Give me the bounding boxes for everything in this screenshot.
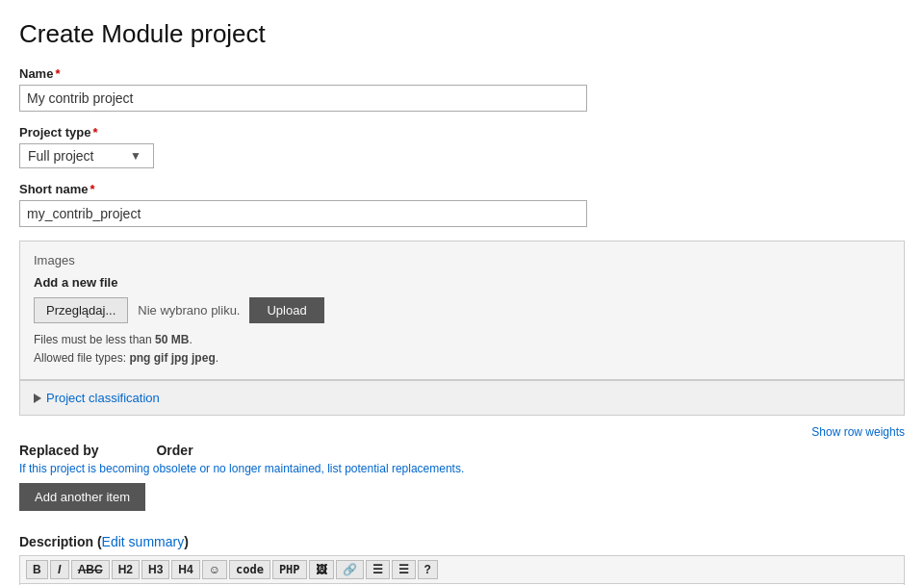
project-type-label: Project type*: [19, 125, 905, 140]
image-button[interactable]: 🖼: [309, 560, 334, 579]
bold-button[interactable]: B: [26, 560, 48, 579]
replaced-by-section: Show row weights Replaced by Order If th…: [19, 425, 905, 524]
short-name-input[interactable]: [19, 200, 587, 227]
project-classification-toggle[interactable]: Project classification: [34, 391, 890, 405]
upload-button[interactable]: Upload: [249, 297, 323, 323]
smiley-button[interactable]: ☺: [202, 560, 227, 579]
name-label: Name*: [19, 66, 905, 81]
short-name-label-text: Short name: [19, 182, 89, 196]
project-type-select-wrapper[interactable]: Full project Sandbox project Other ▼: [19, 143, 154, 168]
project-classification-label: Project classification: [46, 391, 160, 405]
code-button[interactable]: code: [229, 560, 270, 579]
browse-button[interactable]: Przeglądaj...: [34, 297, 128, 323]
h4-button[interactable]: H4: [171, 560, 199, 579]
images-section-title: Images: [34, 253, 890, 267]
replaced-by-description: If this project is becoming obsolete or …: [19, 462, 905, 475]
php-button[interactable]: PHP: [272, 560, 307, 579]
project-type-label-text: Project type: [19, 125, 90, 140]
help-button[interactable]: ?: [418, 560, 438, 579]
description-label: Description (Edit summary): [19, 534, 905, 549]
description-section: Description (Edit summary) B I ABC H2 H3…: [19, 534, 905, 585]
ol-button[interactable]: ☰: [366, 560, 390, 579]
project-type-field-group: Project type* Full project Sandbox proje…: [19, 125, 905, 168]
page-title: Create Module project: [19, 19, 905, 49]
description-toolbar: B I ABC H2 H3 H4 ☺ code PHP 🖼 🔗 ☰ ☰ ?: [19, 555, 905, 583]
name-field-group: Name*: [19, 66, 905, 112]
strikethrough-button[interactable]: ABC: [71, 560, 110, 579]
name-label-text: Name: [19, 66, 53, 81]
name-required: *: [55, 66, 60, 81]
replaced-by-col1: Replaced by: [19, 443, 98, 458]
file-types-hint: Allowed file types: png gif jpg jpeg.: [34, 349, 890, 368]
file-size-hint: Files must be less than 50 MB.: [34, 331, 890, 349]
edit-summary-link[interactable]: Edit summary: [102, 534, 185, 549]
show-row-weights-link[interactable]: Show row weights: [19, 425, 905, 439]
file-name-display: Nie wybrano pliku.: [138, 303, 240, 318]
name-input[interactable]: [19, 85, 587, 112]
italic-button[interactable]: I: [50, 560, 69, 579]
allowed-types: png gif jpg jpeg: [129, 351, 215, 365]
link-button[interactable]: 🔗: [336, 560, 364, 579]
file-upload-row: Przeglądaj... Nie wybrano pliku. Upload: [34, 297, 890, 323]
order-col2: Order: [156, 443, 192, 458]
replaced-by-header: Replaced by Order: [19, 443, 905, 458]
h2-button[interactable]: H2: [112, 560, 140, 579]
short-name-label: Short name*: [19, 182, 905, 196]
h3-button[interactable]: H3: [141, 560, 169, 579]
triangle-right-icon: [34, 394, 41, 403]
project-classification-section: Project classification: [19, 380, 905, 416]
project-type-required: *: [92, 125, 97, 140]
ul-button[interactable]: ☰: [392, 560, 416, 579]
images-section: Images Add a new file Przeglądaj... Nie …: [19, 241, 905, 380]
add-another-item-button[interactable]: Add another item: [19, 483, 145, 511]
short-name-field-group: Short name*: [19, 182, 905, 227]
short-name-required: *: [90, 182, 95, 196]
add-file-label: Add a new file: [34, 275, 890, 290]
project-type-select[interactable]: Full project Sandbox project Other: [28, 148, 141, 164]
